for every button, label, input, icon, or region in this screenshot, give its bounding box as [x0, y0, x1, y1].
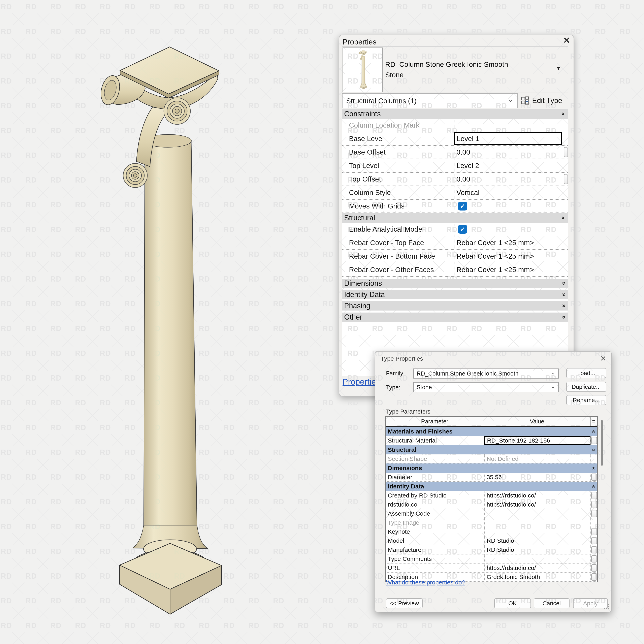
table-section-row[interactable]: Dimensions«	[386, 463, 597, 473]
assoc-button[interactable]	[591, 437, 597, 444]
column-render	[48, 36, 270, 630]
revit-workspace: Properties ✕ RD_Column Stone Greek Ionic…	[0, 0, 644, 644]
property-group-header[interactable]: Other«	[342, 313, 568, 322]
assoc-button[interactable]	[591, 528, 597, 535]
assoc-button[interactable]	[591, 573, 597, 581]
assoc-cell	[563, 263, 568, 276]
property-label: Base Level	[342, 132, 454, 145]
property-value[interactable]	[454, 119, 562, 132]
param-value[interactable]: RD_Stone 192 182 156	[484, 436, 590, 445]
param-value[interactable]: Greek Ionic Smooth	[484, 573, 590, 581]
property-value[interactable]: Rebar Cover 1 <25 mm>	[454, 263, 562, 276]
property-group-header[interactable]: Constraints«	[342, 109, 568, 119]
assoc-button[interactable]	[591, 510, 597, 517]
property-value[interactable]: 0.00	[454, 173, 562, 186]
dialog-title: Type Properties	[381, 355, 423, 362]
cancel-button[interactable]: Cancel	[534, 598, 570, 608]
param-value[interactable]: RD Studio	[484, 545, 590, 554]
param-row: Diameter35.56	[386, 473, 597, 482]
type-selector-header: RD_Column Stone Greek Ionic Smooth Stone…	[342, 46, 568, 93]
property-group-header[interactable]: Structural«	[342, 213, 568, 223]
assoc-button[interactable]	[564, 174, 568, 184]
assoc-button[interactable]	[591, 501, 597, 508]
param-name: rdstudio.co	[386, 500, 484, 509]
assoc-button[interactable]	[591, 474, 597, 481]
collapse-chevron-icon: «	[590, 485, 597, 488]
assoc-cell	[563, 236, 568, 249]
property-group-header[interactable]: Identity Data«	[342, 290, 568, 299]
duplicate-button[interactable]: Duplicate...	[566, 382, 606, 392]
property-value[interactable]: 0.00	[454, 146, 562, 159]
param-value[interactable]: https://rdstudio.co/	[484, 563, 590, 572]
assoc-cell	[590, 454, 597, 463]
property-row: Base LevelLevel 1	[342, 132, 568, 146]
type-preview-thumbnail[interactable]	[343, 47, 383, 92]
table-section-row[interactable]: Materials and Finishes«	[386, 427, 597, 436]
property-row: Column Location Mark	[342, 119, 568, 132]
assoc-button[interactable]	[591, 537, 597, 544]
rename-button[interactable]: Rename...	[566, 395, 606, 405]
property-group-header[interactable]: Dimensions«	[342, 279, 568, 288]
type-select-caret-icon[interactable]: ▼	[556, 65, 561, 71]
properties-help-link[interactable]: Propertie	[343, 377, 376, 387]
param-value[interactable]: 35.56	[484, 473, 590, 481]
dialog-close-icon[interactable]: ✕	[600, 354, 606, 363]
scrollbar-thumb[interactable]	[601, 420, 603, 466]
type-name: RD_Column Stone Greek Ionic Smooth Stone	[385, 59, 518, 80]
property-label: Column Location Mark	[342, 119, 454, 132]
table-section-label: Identity Data	[386, 483, 424, 490]
assoc-button[interactable]	[591, 546, 597, 553]
property-value[interactable]: ✓	[454, 223, 562, 236]
assoc-cell	[563, 173, 568, 186]
property-value[interactable]: ✓	[454, 200, 562, 213]
property-value[interactable]: Level 1	[454, 132, 562, 145]
property-label: Moves With Grids	[342, 200, 454, 213]
checkbox[interactable]: ✓	[458, 202, 467, 211]
property-value[interactable]: Rebar Cover 1 <25 mm>	[454, 236, 562, 249]
family-label: Family:	[386, 370, 405, 377]
param-value[interactable]: https://rdstudio.co/	[484, 491, 590, 500]
assoc-button[interactable]	[591, 564, 597, 572]
preview-button[interactable]: << Preview	[386, 598, 423, 608]
property-value[interactable]: Vertical	[454, 186, 562, 199]
table-section-row[interactable]: Structural«	[386, 445, 597, 454]
assoc-cell	[563, 146, 568, 159]
load-button[interactable]: Load...	[566, 368, 606, 378]
param-row: rdstudio.cohttps://rdstudio.co/	[386, 500, 597, 509]
ok-button[interactable]: OK	[494, 598, 531, 608]
property-group-header[interactable]: Phasing«	[342, 301, 568, 311]
apply-button[interactable]: Apply	[573, 598, 608, 608]
assoc-button[interactable]	[564, 147, 568, 157]
selector-combobox[interactable]: Structural Columns (1) ⌄	[342, 93, 518, 108]
param-value[interactable]	[484, 527, 590, 536]
edit-type-button[interactable]: Edit Type	[521, 95, 562, 107]
assoc-button[interactable]	[591, 492, 597, 499]
table-section-row[interactable]: Identity Data«	[386, 482, 597, 491]
group-label: Other	[342, 313, 362, 321]
checkbox[interactable]: ✓	[458, 225, 467, 234]
property-value[interactable]: Rebar Cover 1 <25 mm>	[454, 250, 562, 263]
property-label: Column Style	[342, 186, 454, 199]
assoc-cell	[590, 545, 597, 554]
family-combobox[interactable]: RD_Column Stone Greek Ionic Smooth ⌄	[413, 368, 559, 379]
close-icon[interactable]: ✕	[563, 35, 570, 45]
param-row: ModelRD Studio	[386, 536, 597, 545]
properties-panel-title: Properties	[343, 38, 377, 46]
param-value[interactable]	[484, 518, 590, 527]
collapse-chevron-icon: «	[560, 316, 567, 319]
resize-grip-icon[interactable]	[604, 604, 609, 610]
param-value[interactable]	[484, 509, 590, 518]
chevron-down-icon: ⌄	[508, 95, 517, 103]
param-value[interactable]: RD Studio	[484, 536, 590, 545]
collapse-chevron-icon: «	[560, 112, 567, 116]
property-value[interactable]: Level 2	[454, 159, 562, 172]
help-link[interactable]: What do these properties do?	[386, 579, 465, 586]
param-row: ManufacturerRD Studio	[386, 545, 597, 554]
param-value[interactable]	[484, 554, 590, 563]
param-value[interactable]: Not Defined	[484, 454, 590, 463]
greek-ionic-column-image	[48, 36, 270, 630]
table-section-label: Dimensions	[386, 465, 422, 472]
param-value[interactable]: https://rdstudio.co/	[484, 500, 590, 509]
type-combobox[interactable]: Stone ⌄	[413, 382, 559, 392]
assoc-button[interactable]	[591, 555, 597, 562]
